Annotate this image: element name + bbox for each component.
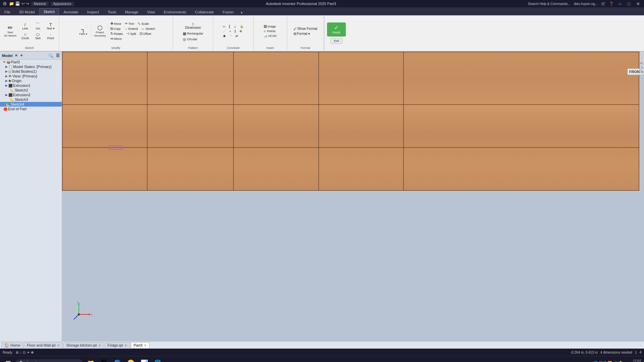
- acad-button[interactable]: 📊ACAD: [262, 34, 278, 38]
- minimize-button[interactable]: ─: [617, 1, 623, 6]
- status-icon-1[interactable]: ⊞: [16, 351, 18, 354]
- constrain-tangent-button[interactable]: ⋰: [222, 29, 227, 33]
- status-icon-2[interactable]: ↕: [20, 351, 21, 354]
- status-icon-5[interactable]: ✤: [31, 351, 34, 354]
- mirror-button[interactable]: ⇔Mirror: [109, 36, 123, 41]
- rotate-button[interactable]: ↻Rotate: [109, 31, 124, 36]
- constrain-fix-button[interactable]: ⊕: [238, 29, 244, 33]
- close-button[interactable]: ✕: [635, 1, 641, 6]
- windows-start-button[interactable]: ⊞: [1, 357, 15, 362]
- tab-fridge[interactable]: Fridge.ipt ✕: [105, 342, 130, 348]
- format-button[interactable]: ⊞Format ▾: [292, 32, 319, 36]
- vp-btn-3[interactable]: ⊕: [641, 70, 643, 73]
- material-dropdown[interactable]: Material: [31, 2, 49, 6]
- taskbar-app4-icon[interactable]: 📊: [138, 357, 150, 362]
- constrain-collinear-button[interactable]: ⋯: [228, 34, 233, 38]
- constrain-perp-button[interactable]: ⊥: [232, 24, 238, 28]
- tree-item-extrusion2[interactable]: ▶ ⬛ Extrusion2: [0, 93, 62, 97]
- maximize-button[interactable]: □: [626, 1, 632, 6]
- tab-collaborate[interactable]: Collaborate: [191, 9, 218, 15]
- search-help-button[interactable]: Search Help & Commands...: [528, 2, 571, 6]
- tree-item-model-states[interactable]: ▶ 📋 Model States: [Primary]: [0, 64, 62, 69]
- tab-file[interactable]: File: [0, 9, 15, 15]
- taskbar-app1-icon[interactable]: 🏗: [98, 357, 110, 362]
- tab-environments[interactable]: Environments: [159, 9, 191, 15]
- cart-icon[interactable]: 🛒: [601, 2, 606, 6]
- tree-item-end-of-part[interactable]: 🔴 End of Part: [0, 107, 62, 111]
- tab-storage-kitchen[interactable]: Storage kitchen.ipt ✕: [63, 342, 104, 348]
- start-2d-sketch-button[interactable]: ✏ Start2D Sketch: [2, 23, 18, 39]
- sidebar-close-icon[interactable]: ✕: [15, 54, 17, 57]
- status-icon-4[interactable]: ✦: [27, 351, 30, 354]
- constrain-equal-button[interactable]: =: [228, 29, 232, 33]
- tab-part3[interactable]: Part3 ✕: [131, 342, 150, 348]
- trim-button[interactable]: ✂Trim: [123, 21, 136, 26]
- constrain-sym-button[interactable]: ⇌: [234, 34, 239, 38]
- tab-fusion[interactable]: Fusion: [218, 9, 238, 15]
- constrain-vert-button[interactable]: ║: [227, 24, 232, 28]
- tab-annotate[interactable]: Annotate: [59, 9, 83, 15]
- tab-tools[interactable]: Tools: [103, 9, 121, 15]
- constrain-concentric-button[interactable]: ◉: [222, 34, 227, 38]
- text-button[interactable]: T Text ▾: [45, 22, 57, 31]
- taskbar-app3-icon[interactable]: 🟡: [125, 357, 137, 362]
- tree-item-extrusion1[interactable]: ▶ ⬛ Extrusion1: [0, 83, 62, 88]
- scale-button[interactable]: ⤡Scale: [136, 21, 150, 26]
- line-button[interactable]: / Line: [19, 22, 31, 31]
- finish-button[interactable]: ✓ Finish: [327, 22, 346, 37]
- tree-item-origin[interactable]: ▶ ✚ Origin: [0, 78, 62, 83]
- vp-btn-1[interactable]: |||: [640, 62, 643, 64]
- tab-floor-and-wall[interactable]: Floor and Wall.ipt ✕: [24, 342, 62, 348]
- constrain-parallel-button[interactable]: ∥: [233, 29, 237, 33]
- circle-button[interactable]: ○ Circle: [19, 32, 31, 41]
- stretch-button[interactable]: ↔Stretch: [140, 26, 157, 31]
- dimension-button[interactable]: ↕ Dimension: [181, 21, 205, 31]
- rectangular-button[interactable]: ▦Rectangular: [181, 31, 205, 36]
- extend-button[interactable]: →Extend: [123, 26, 139, 31]
- project-geometry-button[interactable]: ⬡ ProjectGeometry: [92, 23, 108, 39]
- tab-view[interactable]: View: [143, 9, 159, 15]
- close-part3-icon[interactable]: ✕: [144, 344, 147, 347]
- constrain-lock-button[interactable]: 🔒: [238, 24, 245, 28]
- status-icon-3[interactable]: ⊡: [23, 351, 25, 354]
- vp-btn-2[interactable]: ≡: [640, 67, 643, 68]
- help-icon[interactable]: ❓: [609, 2, 614, 6]
- move-button[interactable]: ✥Move: [109, 21, 123, 26]
- tree-item-solid-bodies[interactable]: ▶ ◻ Solid Bodies(1): [0, 69, 62, 74]
- points-button[interactable]: ⊹Points: [262, 29, 278, 33]
- system-clock[interactable]: 17:07 05/01/2025: [625, 359, 641, 362]
- circular-button[interactable]: ◎Circular: [181, 37, 205, 42]
- close-fridge-icon[interactable]: ✕: [124, 344, 127, 347]
- show-format-button[interactable]: 🖊Show Format: [292, 26, 319, 31]
- taskbar-app2-icon[interactable]: 🔵: [111, 357, 123, 362]
- point-button[interactable]: · Point: [45, 32, 57, 41]
- tab-inspect[interactable]: Inspect: [83, 9, 103, 15]
- arc-button[interactable]: ⌒ Arc: [32, 22, 44, 31]
- exit-button[interactable]: Exit: [330, 38, 342, 44]
- sidebar-search-icon[interactable]: 🔍: [48, 53, 53, 58]
- taskbar-explorer-icon[interactable]: 📁: [85, 357, 97, 362]
- sidebar-add-icon[interactable]: ＋: [19, 53, 23, 58]
- ribbon-expand-icon[interactable]: ▾: [239, 10, 244, 15]
- taskbar-search-box[interactable]: 🔍 Search: [15, 359, 83, 362]
- tab-sketch[interactable]: Sketch: [39, 8, 59, 15]
- viewport[interactable]: x y FRONT ||| ≡ ⊕: [62, 52, 644, 341]
- tab-home[interactable]: 🏠 Home: [1, 342, 23, 348]
- user-account[interactable]: dieu.huyen.ng...: [574, 2, 598, 6]
- tab-3dmodel[interactable]: 3D Model: [15, 9, 39, 15]
- tree-item-sketch3[interactable]: 📐 Sketch3: [0, 97, 62, 102]
- tab-manage[interactable]: Manage: [121, 9, 143, 15]
- close-floor-wall-icon[interactable]: ✕: [57, 344, 60, 347]
- constrain-horiz-button[interactable]: ═: [222, 24, 226, 28]
- slot-button[interactable]: ⬭ Slot: [32, 32, 44, 41]
- appearance-dropdown[interactable]: Appearance: [51, 2, 74, 6]
- tree-item-sketch2[interactable]: 📐 Sketch2: [0, 88, 62, 93]
- copy-button[interactable]: ⧉Copy: [109, 26, 122, 31]
- fillet-button[interactable]: ╮ Fillet ▾: [75, 25, 92, 37]
- close-storage-icon[interactable]: ✕: [98, 344, 101, 347]
- sidebar-menu-icon[interactable]: ☰: [56, 53, 60, 58]
- tree-item-view[interactable]: ▶ 👁 View: [Primary]: [0, 74, 62, 78]
- tree-item-part3[interactable]: ▼ 📦 Part3: [0, 60, 62, 64]
- taskbar-chrome-icon[interactable]: 🌐: [152, 357, 164, 362]
- split-button[interactable]: ⊣Split: [125, 31, 138, 36]
